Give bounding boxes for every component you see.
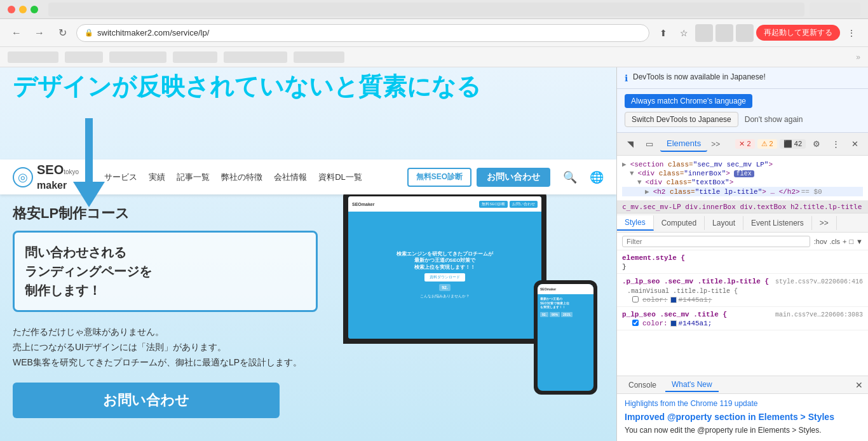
style-block-1: .p_lp_seo .sec_mv .title.lp-title { styl… [617, 274, 868, 307]
globe-icon[interactable]: 🌐 [590, 170, 604, 184]
hero-contact-button[interactable]: お問い合わせ [13, 383, 280, 418]
dom-collapse-3[interactable]: ▼ [637, 179, 642, 186]
devtools-info-text: DevTools is now available in Japanese! [633, 72, 860, 81]
nav-features[interactable]: 弊社の特徴 [221, 172, 262, 183]
bookmarks-bar: » [0, 47, 868, 67]
extensions-area [715, 24, 733, 42]
restart-update-button[interactable]: 再起動して更新する [756, 25, 840, 41]
tab-console[interactable]: Console [622, 379, 663, 391]
style-prop-color-2: color: #1445a1; [622, 320, 863, 327]
forward-button[interactable]: → [31, 24, 48, 42]
filter-color[interactable]: ▼ [856, 238, 863, 245]
dom-tag-div-inner: <div class="innerBox"> [638, 170, 730, 177]
hero-title: 格安LP制作コース [13, 204, 318, 223]
device-toggle-icon[interactable]: ▭ [641, 136, 658, 153]
tab-bar [48, 3, 804, 17]
bookmark-6[interactable] [294, 51, 344, 63]
back-button[interactable]: ← [8, 24, 25, 42]
seo-diagnose-button[interactable]: 無料SEO診断 [407, 168, 471, 187]
dom-collapse-2[interactable]: ▼ [630, 170, 634, 177]
more-options-icon[interactable]: ⋮ [843, 24, 860, 42]
dom-tag-h2: <h2 class="title lp-title"> … </h2> [653, 188, 800, 196]
dom-line-4[interactable]: ▶ <h2 class="title lp-title"> … </h2> ==… [622, 187, 863, 196]
phone-headline: 最新かつ王道のSEO対策で検索上位を実現します！！ [540, 297, 591, 309]
dom-collapse-4[interactable]: ▶ [645, 187, 649, 196]
share-icon[interactable]: ⬆ [654, 24, 672, 42]
devtools-more-icon[interactable]: ⋮ [827, 136, 844, 153]
tab-more[interactable]: >> [711, 140, 720, 149]
switch-devtools-button[interactable]: Switch DevTools to Japanese [625, 112, 738, 127]
style-prop-check-2[interactable] [632, 320, 639, 326]
element-count: ⬛ 42 [780, 139, 806, 149]
devtools-close-icon[interactable]: ✕ [846, 136, 863, 153]
filter-hov[interactable]: :hov [814, 238, 827, 245]
styles-content: element.style { } .p_lp_seo .sec_mv .tit… [617, 250, 868, 376]
style-source-2: main.css?ve…220606:3083 [775, 311, 863, 318]
bookmark-4[interactable] [173, 51, 217, 63]
console-body-text: You can now edit the @property rule in E… [625, 424, 860, 436]
minimize-window-btn[interactable] [19, 6, 27, 13]
inspect-element-icon[interactable]: ◥ [622, 136, 639, 153]
style-block-2-header: p_lp_seo .sec_mv .title { main.css?ve…22… [622, 309, 863, 320]
dom-collapse-1[interactable]: ▶ [622, 160, 627, 168]
devtools-settings-icon[interactable]: ⚙ [808, 136, 825, 153]
bookmarks-more-icon[interactable]: » [856, 53, 860, 62]
tab-controls [810, 3, 860, 17]
close-window-btn[interactable] [8, 6, 15, 13]
phone-badge-2: 90% [550, 312, 560, 317]
lock-icon: 🔒 [85, 29, 93, 37]
nav-achievements[interactable]: 実績 [149, 172, 165, 183]
phone-logo: SEOmaker [540, 287, 556, 291]
tab-event-listeners[interactable]: Event Listeners [743, 216, 812, 230]
dom-tree: ▶ <section class="sec_mv sec_mv LP"> ▼ <… [617, 156, 868, 201]
nav-resources[interactable]: 資料DL一覧 [318, 172, 362, 183]
nav-articles[interactable]: 記事一覧 [177, 172, 210, 183]
filter-cls[interactable]: .cls [830, 238, 841, 245]
bookmark-3[interactable] [109, 51, 166, 63]
monitor-badges: 92. [439, 284, 451, 291]
tab-elements[interactable]: Elements [660, 136, 707, 152]
monitor-screen: SEOmaker 無料SEO診断 お問い合わせ 検索エンジンを研究してきたプロチ… [348, 196, 541, 339]
nav-services[interactable]: サービス [104, 172, 137, 183]
style-prop-val-1: #1445a1; [679, 296, 712, 304]
search-icon[interactable]: 🔍 [563, 170, 577, 184]
style-prop-name-2: color: [642, 320, 668, 327]
styles-filter-input[interactable] [622, 236, 810, 247]
content-area: デザインが反映されていないと質素になる ◎ SEOtokyomaker サービス… [0, 67, 868, 441]
address-bar[interactable]: 🔒 switchitmaker2.com/service/lp/ [76, 24, 649, 42]
bookmark-icon[interactable]: ☆ [675, 24, 693, 42]
dont-show-again-button[interactable]: Don't show again [742, 112, 806, 126]
maximize-window-btn[interactable] [31, 6, 38, 13]
nav-items: サービス 実績 記事一覧 弊社の特徴 会社情報 資料DL一覧 [104, 172, 395, 183]
style-source-path-1: .mainVisual .title.lp-title { [622, 287, 863, 296]
refresh-button[interactable]: ↻ [53, 24, 71, 42]
tab-whats-new[interactable]: What's New [665, 378, 719, 392]
filter-add[interactable]: + [843, 238, 846, 245]
tab-layout[interactable]: Layout [705, 216, 743, 230]
monitor-download-btn[interactable]: 資料ダウンロード [424, 273, 465, 282]
bookmark-2[interactable] [65, 51, 103, 63]
match-language-button[interactable]: Always match Chrome's language [625, 94, 752, 108]
tab-computed[interactable]: Computed [654, 216, 705, 230]
monitor-nav: SEOmaker 無料SEO診断 お問い合わせ [348, 196, 541, 212]
bookmark-1[interactable] [8, 51, 58, 63]
monitor-contact-btn: お問い合わせ [510, 201, 538, 208]
filter-new-rule[interactable]: □ [849, 238, 853, 245]
tab-more-styles[interactable]: >> [812, 216, 837, 230]
device-mockup: SEOmaker 無料SEO診断 お問い合わせ 検索エンジンを研究してきたプロチ… [343, 191, 597, 420]
bookmark-5[interactable] [224, 51, 287, 63]
nav-contact-button[interactable]: お問い合わせ [477, 168, 550, 187]
style-color-swatch-1[interactable] [670, 297, 677, 303]
nav-company[interactable]: 会社情報 [274, 172, 307, 183]
arrow-shaft [85, 118, 93, 182]
phone-badge-1: 92. [540, 312, 548, 317]
style-prop-check-1[interactable] [632, 296, 639, 302]
tab-styles[interactable]: Styles [617, 215, 654, 231]
console-close-button[interactable]: ✕ [855, 380, 863, 390]
style-color-swatch-2[interactable] [670, 320, 677, 327]
monitor-btn-group: 無料SEO診断 お問い合わせ [479, 201, 538, 208]
monitor-seo-btn: 無料SEO診断 [479, 201, 508, 208]
style-prop-name-1: color: [642, 296, 668, 304]
hero-box-line2: ランディングページを [25, 264, 152, 278]
filter-badges: :hov .cls + □ ▼ [814, 238, 863, 245]
